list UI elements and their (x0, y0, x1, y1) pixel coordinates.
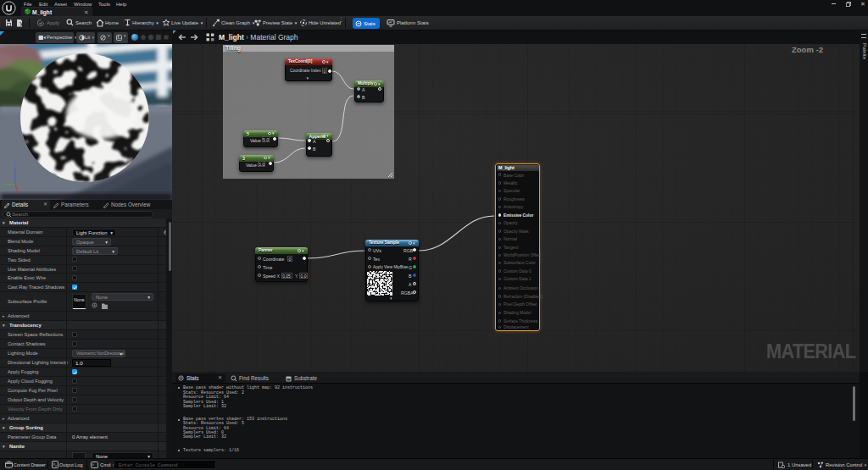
svg-text:Z: Z (14, 162, 16, 167)
